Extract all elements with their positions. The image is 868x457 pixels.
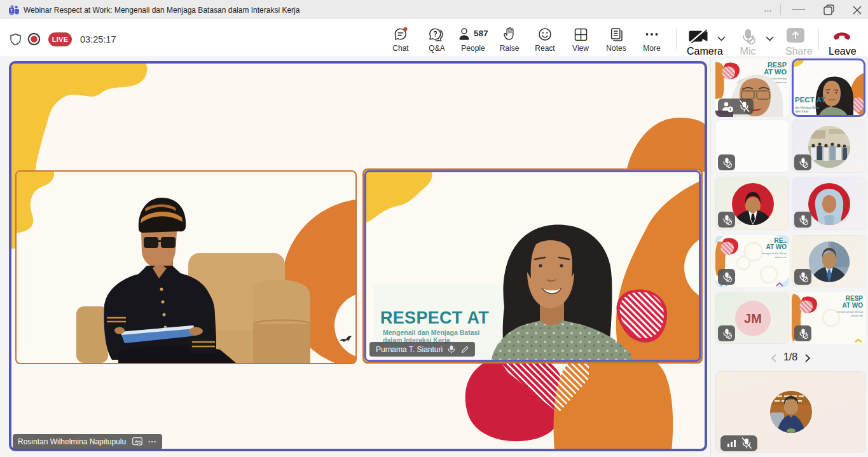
- svg-text:dalam inte: dalam inte: [851, 314, 864, 317]
- svg-text:dalam inte: dalam inte: [775, 256, 787, 259]
- svg-text:raksi Kerja: raksi Kerja: [795, 110, 809, 113]
- svg-text:AT WO: AT WO: [842, 302, 863, 309]
- svg-text:RESP: RESP: [846, 295, 864, 302]
- svg-text:T: T: [10, 8, 13, 13]
- svg-text:PECT AT: PECT AT: [795, 96, 825, 104]
- svg-text:AT WO: AT WO: [764, 68, 787, 76]
- svg-text:AT WO: AT WO: [766, 243, 787, 250]
- svg-text:dalam inte: dalam inte: [775, 81, 787, 84]
- svg-text:mengenali dan Menja: mengenali dan Menja: [762, 252, 787, 255]
- svg-text:mengenali dan Menjag: mengenali dan Menjag: [837, 310, 863, 313]
- svg-text:!: !: [729, 107, 731, 113]
- svg-text:dan Menjaga Batas: dan Menjaga Batas: [795, 106, 820, 109]
